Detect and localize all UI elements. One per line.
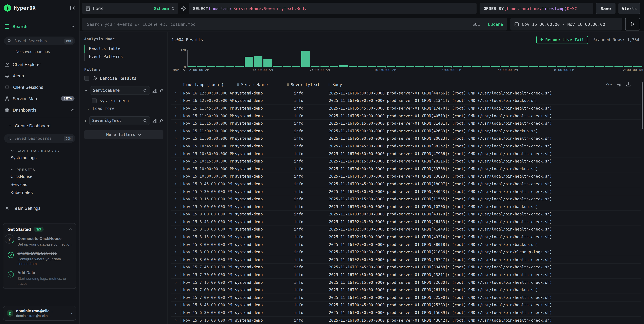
bar-chart-icon[interactable] [152, 119, 157, 123]
histogram-bar[interactable] [273, 66, 282, 67]
chevron-down-icon[interactable] [84, 89, 88, 91]
log-row[interactable]: ›Nov 15 11:00:00.000 PMsystemd-demoinfo2… [171, 127, 641, 135]
log-row[interactable]: ›Nov 15 7:30:00.000 PMsystemd-demoinfo20… [171, 271, 641, 279]
log-row[interactable]: ›Nov 15 7:00:00.000 PMsystemd-demoinfo20… [171, 294, 641, 301]
log-row[interactable]: ›Nov 15 7:15:00.000 PMsystemd-demoinfo20… [171, 279, 641, 286]
sidebar-item-services[interactable]: Services [0, 180, 79, 188]
histogram-bar[interactable] [425, 66, 433, 67]
row-expand-chevron[interactable]: › [171, 235, 180, 239]
log-row[interactable]: ›Nov 15 10:15:00.000 PMsystemd-demoinfo2… [171, 158, 641, 165]
lucene-toggle[interactable]: Lucene [488, 22, 503, 27]
table-scrollbar[interactable] [642, 82, 643, 129]
create-dashboard-button[interactable]: + Create Dashboard [0, 121, 79, 131]
denoise-checkbox[interactable] [84, 76, 89, 81]
drag-handle-icon[interactable]: ⠿ [237, 83, 240, 87]
log-row[interactable]: ›Nov 15 7:45:00.000 PMsystemd-demoinfo20… [171, 264, 641, 271]
histogram-bar[interactable] [235, 66, 244, 67]
select-query-input[interactable]: SELECT Timestamp ,ServiceName,SeverityTe… [189, 3, 476, 14]
row-expand-chevron[interactable]: › [171, 295, 180, 300]
log-row[interactable]: ›Nov 15 9:00:00.000 PMsystemd-demoinfo20… [171, 203, 641, 211]
column-header-body[interactable]: ⠿Body [328, 82, 342, 87]
histogram-bar[interactable] [434, 66, 443, 67]
sidebar-collapse-icon[interactable] [70, 6, 75, 10]
row-expand-chevron[interactable]: › [171, 227, 180, 232]
histogram-bar[interactable] [264, 59, 272, 67]
histogram-bar[interactable] [520, 66, 528, 67]
row-expand-chevron[interactable]: › [171, 144, 180, 149]
row-expand-chevron[interactable]: › [171, 250, 180, 254]
histogram-bar[interactable] [216, 66, 225, 67]
histogram-bar[interactable] [453, 66, 462, 67]
pin-icon[interactable] [159, 88, 164, 93]
saved-searches-search[interactable]: ⌘K [4, 36, 75, 45]
time-range-picker[interactable]: Nov 15 00:00:00 - Nov 16 00:00:00 [510, 18, 622, 30]
histogram-plot[interactable] [188, 50, 643, 67]
log-row[interactable]: ›Nov 15 6:45:00.000 PMsystemd-demoinfo20… [171, 301, 641, 309]
facet-option-systemd-demo[interactable]: systemd-demo [92, 98, 164, 103]
sidebar-item-systemd-logs[interactable]: Systemd logs [0, 154, 79, 162]
sidebar-item-clickhouse[interactable]: ClickHouse [0, 172, 79, 180]
histogram-bar[interactable] [301, 51, 310, 67]
histogram-bar[interactable] [282, 66, 291, 67]
saved-dashboards-header[interactable]: SAVED DASHBOARDS [11, 148, 79, 154]
column-header-severitytext[interactable]: ⠿SeverityText [286, 82, 320, 87]
order-by-input[interactable]: ORDER BY (TimestampTime, Timestamp) DESC [480, 3, 593, 14]
histogram-bar[interactable] [510, 66, 519, 67]
drag-handle-icon[interactable]: ⠿ [286, 83, 289, 87]
histogram-bar[interactable] [292, 66, 300, 67]
text-wrap-icon[interactable] [616, 82, 621, 86]
log-row[interactable]: ›Nov 15 8:00:00.000 PMsystemd-demoinfo20… [171, 248, 641, 256]
histogram-bar[interactable] [596, 66, 604, 67]
log-row[interactable]: ›Nov 15 10:00:00.000 PMsystemd-demoinfo2… [171, 173, 641, 180]
chevron-up-icon[interactable] [68, 228, 72, 230]
log-row[interactable]: ›Nov 15 8:00:00.000 PMsystemd-demoinfo20… [171, 241, 641, 248]
histogram-bar[interactable] [320, 66, 329, 67]
log-row[interactable]: ›Nov 16 12:00:00.000 AMsystemd-demoinfo2… [171, 97, 641, 105]
row-expand-chevron[interactable]: › [171, 197, 180, 201]
sidebar-item-chart-explorer[interactable]: Chart Explorer [0, 59, 79, 70]
row-expand-chevron[interactable]: › [171, 182, 180, 186]
histogram-bar[interactable] [387, 66, 395, 67]
row-expand-chevron[interactable]: › [171, 288, 180, 292]
histogram-bar[interactable] [482, 66, 490, 67]
row-expand-chevron[interactable]: › [171, 272, 180, 277]
option-checkbox[interactable] [92, 98, 97, 103]
load-more-button[interactable]: › Load more [88, 106, 164, 111]
facet-search-servicename[interactable]: ServiceName [90, 86, 150, 95]
row-expand-chevron[interactable]: › [171, 136, 180, 141]
sidebar-item-team-settings[interactable]: Team Settings [0, 202, 79, 214]
histogram-bar[interactable] [368, 66, 376, 67]
resume-live-tail-button[interactable]: Resume Live Tail [536, 36, 588, 44]
histogram-bar[interactable] [349, 66, 358, 67]
task-create-data-sources[interactable]: Create Data Sources Configure where your… [8, 251, 72, 266]
column-header-servicename[interactable]: ⠿ServiceName [237, 82, 268, 87]
task-connect-clickhouse[interactable]: Connect to ClickHouse Set up your databa… [8, 236, 72, 247]
row-expand-chevron[interactable]: › [171, 121, 180, 126]
histogram-bar[interactable] [254, 56, 262, 67]
sidebar-item-dashboards[interactable]: Dashboards [0, 104, 79, 116]
log-row[interactable]: ›Nov 15 11:15:00.000 PMsystemd-demoinfo2… [171, 120, 641, 127]
row-expand-chevron[interactable]: › [171, 129, 180, 133]
histogram-bar[interactable] [529, 66, 538, 67]
row-expand-chevron[interactable]: › [171, 151, 180, 156]
histogram-bar[interactable] [624, 66, 632, 67]
presets-header[interactable]: PRESETS [11, 167, 79, 172]
histogram-bar[interactable] [491, 66, 500, 67]
event-search-input[interactable] [86, 21, 469, 27]
histogram-bar[interactable] [614, 66, 623, 67]
log-row[interactable]: ›Nov 15 6:30:00.000 PMsystemd-demoinfo20… [171, 309, 641, 317]
histogram-bar[interactable] [330, 66, 338, 67]
row-expand-chevron[interactable]: › [171, 166, 180, 171]
event-search-box[interactable]: SQL | Lucene [82, 18, 507, 30]
log-row[interactable]: ›Nov 15 9:15:00.000 PMsystemd-demoinfo20… [171, 195, 641, 203]
row-expand-chevron[interactable]: › [171, 257, 180, 262]
gear-icon[interactable] [181, 6, 186, 11]
help-button[interactable]: ? [5, 234, 14, 244]
sidebar-item-alerts[interactable]: Alerts [0, 70, 79, 81]
row-expand-chevron[interactable]: › [171, 219, 180, 224]
row-expand-chevron[interactable]: › [171, 242, 180, 247]
log-row[interactable]: ›Nov 15 10:30:00.000 PMsystemd-demoinfo2… [171, 150, 641, 158]
sidebar-section-search[interactable]: Search [0, 20, 79, 33]
saved-dashboards-input[interactable] [14, 136, 62, 141]
log-row[interactable]: ›Nov 15 9:45:00.000 PMsystemd-demoinfo20… [171, 180, 641, 188]
